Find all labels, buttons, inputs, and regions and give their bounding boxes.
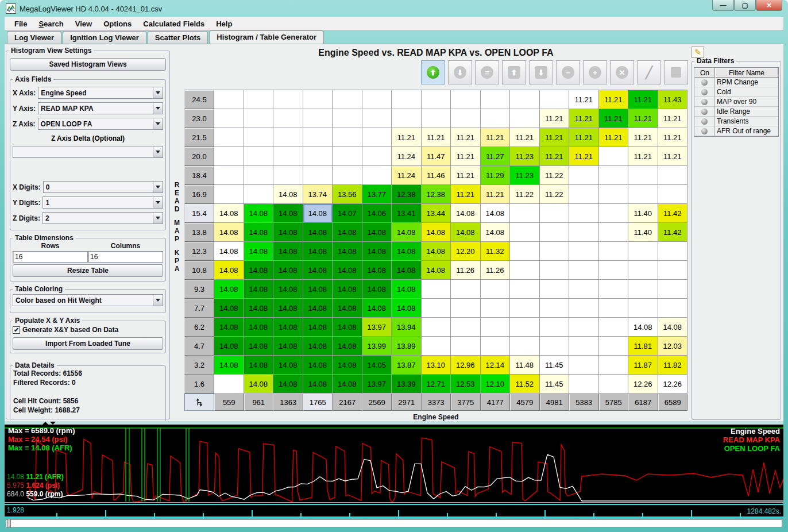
table-cell[interactable]: 11.26 bbox=[481, 261, 511, 280]
resize-table-button[interactable]: Resize Table bbox=[13, 264, 163, 277]
table-cell[interactable] bbox=[451, 90, 481, 109]
table-cell[interactable]: 14.08 bbox=[303, 299, 333, 318]
table-cell[interactable] bbox=[481, 109, 511, 128]
tab-log-viewer[interactable]: Log Viewer bbox=[7, 31, 61, 44]
col-header[interactable]: 961 bbox=[244, 394, 274, 411]
chevron-down-icon[interactable] bbox=[153, 118, 163, 129]
table-cell[interactable] bbox=[510, 109, 540, 128]
shift-down-button[interactable]: ⬇ bbox=[529, 60, 553, 84]
table-cell[interactable] bbox=[658, 242, 688, 261]
table-cell[interactable]: 11.21 bbox=[569, 128, 599, 147]
table-cell[interactable]: 11.26 bbox=[451, 261, 481, 280]
table-cell[interactable] bbox=[569, 261, 599, 280]
table-cell[interactable]: 11.24 bbox=[392, 147, 422, 166]
table-cell[interactable]: 14.08 bbox=[273, 299, 303, 318]
table-cell[interactable] bbox=[628, 185, 658, 204]
z-axis-delta-select[interactable] bbox=[13, 146, 163, 158]
col-header[interactable]: 2569 bbox=[362, 394, 392, 411]
row-header[interactable]: 3.2 bbox=[184, 356, 214, 375]
table-cell[interactable] bbox=[569, 166, 599, 185]
menu-file[interactable]: File bbox=[9, 18, 32, 30]
col-header[interactable]: 4177 bbox=[481, 394, 511, 411]
table-cell[interactable]: 11.23 bbox=[510, 147, 540, 166]
col-header[interactable]: 559 bbox=[214, 394, 244, 411]
chevron-down-icon[interactable] bbox=[153, 182, 163, 192]
table-cell[interactable] bbox=[214, 147, 244, 166]
table-cell[interactable] bbox=[451, 299, 481, 318]
table-cell[interactable] bbox=[273, 90, 303, 109]
table-cell[interactable] bbox=[303, 90, 333, 109]
table-cell[interactable] bbox=[451, 109, 481, 128]
table-cell[interactable]: 11.40 bbox=[628, 223, 658, 242]
table-cell[interactable] bbox=[422, 280, 451, 299]
table-cell[interactable] bbox=[540, 299, 570, 318]
table-cell[interactable] bbox=[333, 128, 362, 147]
table-cell[interactable]: 14.08 bbox=[628, 318, 658, 337]
table-cell[interactable]: 14.08 bbox=[303, 261, 333, 280]
table-cell[interactable]: 11.21 bbox=[628, 147, 658, 166]
menu-calculated-fields[interactable]: Calculated Fields bbox=[138, 18, 210, 30]
row-header[interactable]: 1.6 bbox=[184, 375, 214, 394]
table-cell[interactable] bbox=[214, 109, 244, 128]
table-cell[interactable] bbox=[244, 90, 274, 109]
row-header[interactable]: 24.5 bbox=[184, 90, 214, 109]
fill-button[interactable] bbox=[664, 60, 688, 84]
col-header[interactable]: 5383 bbox=[569, 394, 599, 411]
table-cell[interactable]: 13.99 bbox=[362, 337, 392, 356]
table-cell[interactable]: 11.21 bbox=[451, 147, 481, 166]
row-header[interactable]: 12.3 bbox=[184, 242, 214, 261]
table-cell[interactable] bbox=[569, 299, 599, 318]
table-cell[interactable]: 14.08 bbox=[658, 318, 688, 337]
table-cell[interactable]: 14.08 bbox=[273, 337, 303, 356]
table-cell[interactable]: 14.08 bbox=[214, 337, 244, 356]
x-axis-select[interactable]: Engine Speed bbox=[38, 87, 163, 99]
row-header[interactable]: 21.5 bbox=[184, 128, 214, 147]
table-cell[interactable]: 14.08 bbox=[273, 223, 303, 242]
table-cell[interactable]: 14.08 bbox=[214, 299, 244, 318]
table-cell[interactable] bbox=[658, 185, 688, 204]
minimize-button[interactable]: — bbox=[712, 0, 734, 11]
table-cell[interactable]: 14.08 bbox=[303, 375, 333, 394]
table-cell[interactable] bbox=[540, 261, 570, 280]
table-cell[interactable]: 14.08 bbox=[244, 204, 274, 223]
table-cell[interactable]: 14.06 bbox=[362, 204, 392, 223]
table-cell[interactable]: 14.08 bbox=[303, 318, 333, 337]
horizontal-scrollbar[interactable] bbox=[6, 519, 782, 527]
table-cell[interactable]: 13.74 bbox=[303, 185, 333, 204]
table-cell[interactable] bbox=[658, 166, 688, 185]
rows-input[interactable] bbox=[13, 251, 88, 263]
col-header[interactable]: 2971 bbox=[392, 394, 422, 411]
table-cell[interactable] bbox=[510, 204, 540, 223]
table-cell[interactable] bbox=[273, 166, 303, 185]
col-header[interactable]: 1363 bbox=[273, 394, 303, 411]
filter-toggle-icon[interactable] bbox=[701, 118, 708, 125]
filter-name[interactable]: Cold bbox=[715, 87, 778, 97]
collapse-down-icon[interactable] bbox=[50, 422, 56, 425]
filter-name[interactable]: MAP over 90 bbox=[715, 97, 778, 107]
table-cell[interactable]: 14.08 bbox=[244, 318, 274, 337]
table-cell[interactable]: 11.29 bbox=[481, 166, 511, 185]
filter-toggle-icon[interactable] bbox=[701, 109, 708, 115]
table-cell[interactable]: 14.08 bbox=[214, 280, 244, 299]
filter-name[interactable]: RPM Change bbox=[715, 78, 778, 87]
table-cell[interactable]: 14.08 bbox=[303, 204, 333, 223]
tab-ignition-log-viewer[interactable]: Ignition Log Viewer bbox=[63, 31, 146, 44]
table-cell[interactable] bbox=[628, 299, 658, 318]
table-cell[interactable]: 14.08 bbox=[303, 242, 333, 261]
table-cell[interactable]: 11.21 bbox=[422, 128, 451, 147]
table-cell[interactable] bbox=[451, 280, 481, 299]
table-cell[interactable]: 11.42 bbox=[658, 223, 688, 242]
filter-toggle-icon[interactable] bbox=[701, 99, 708, 105]
table-cell[interactable]: 13.97 bbox=[362, 318, 392, 337]
menu-view[interactable]: View bbox=[70, 18, 97, 30]
shift-up-button[interactable]: ⬆ bbox=[502, 60, 526, 84]
menu-search[interactable]: Search bbox=[33, 18, 68, 30]
table-cell[interactable]: 14.08 bbox=[392, 280, 422, 299]
table-cell[interactable] bbox=[569, 185, 599, 204]
table-cell[interactable]: 12.26 bbox=[658, 375, 688, 394]
table-cell[interactable] bbox=[569, 204, 599, 223]
col-header[interactable]: 4981 bbox=[540, 394, 570, 411]
table-cell[interactable]: 11.81 bbox=[628, 337, 658, 356]
table-cell[interactable] bbox=[540, 223, 570, 242]
import-from-tune-button[interactable]: Import From Loaded Tune bbox=[13, 337, 163, 350]
